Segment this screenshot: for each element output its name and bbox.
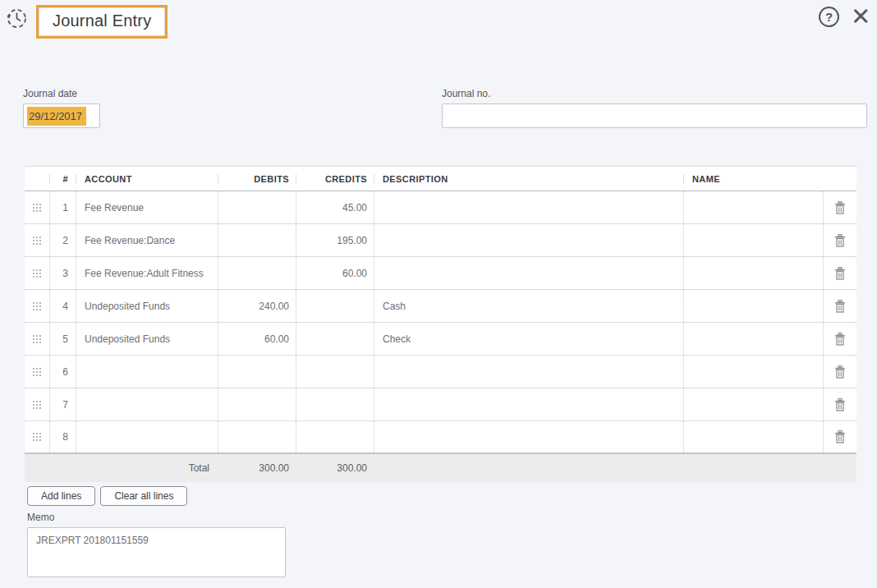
credits-cell[interactable] — [296, 388, 374, 420]
line-number: 3 — [49, 257, 76, 289]
header-account: ACCOUNT — [76, 174, 218, 184]
line-number: 5 — [49, 323, 76, 355]
drag-handle-icon — [32, 301, 42, 311]
journal-lines-table: # ACCOUNT DEBITS CREDITS DESCRIPTION NAM… — [25, 166, 856, 482]
description-cell[interactable] — [374, 388, 683, 420]
header-debits: DEBITS — [218, 174, 296, 184]
trash-icon — [834, 201, 846, 214]
credits-cell[interactable] — [296, 323, 374, 355]
header-credits: CREDITS — [296, 174, 374, 184]
delete-line-button[interactable] — [824, 191, 856, 223]
credits-cell[interactable]: 195.00 — [296, 224, 374, 256]
credits-cell[interactable]: 45.00 — [296, 191, 374, 223]
debits-cell[interactable] — [218, 257, 296, 289]
name-cell[interactable] — [683, 224, 823, 256]
delete-line-button[interactable] — [824, 356, 856, 388]
add-lines-button[interactable]: Add lines — [27, 486, 95, 506]
drag-handle[interactable] — [25, 257, 49, 289]
drag-handle[interactable] — [25, 290, 49, 322]
header-description: DESCRIPTION — [374, 174, 683, 184]
memo-label: Memo — [27, 512, 54, 523]
drag-handle[interactable] — [25, 388, 49, 420]
journal-lines: 1 Fee Revenue 45.00 — [25, 191, 856, 454]
journal-line-row: 8 — [25, 421, 856, 454]
drag-handle[interactable] — [25, 224, 49, 256]
table-actions: Add lines Clear all lines — [27, 486, 187, 506]
name-cell[interactable] — [683, 388, 823, 420]
line-number: 1 — [49, 191, 76, 223]
delete-line-button[interactable] — [824, 290, 856, 322]
account-cell[interactable]: Fee Revenue:Adult Fitness — [76, 257, 218, 289]
description-cell[interactable] — [374, 356, 683, 388]
debits-cell[interactable] — [218, 191, 296, 223]
drag-handle[interactable] — [25, 421, 49, 452]
total-credits: 300.00 — [296, 462, 374, 474]
journal-line-row: 1 Fee Revenue 45.00 — [25, 191, 856, 224]
name-cell[interactable] — [683, 421, 823, 452]
name-cell[interactable] — [683, 257, 823, 289]
account-cell[interactable]: Fee Revenue:Dance — [76, 224, 218, 256]
account-cell[interactable]: Undeposited Funds — [76, 290, 218, 322]
delete-line-button[interactable] — [824, 388, 856, 420]
account-cell[interactable] — [76, 421, 218, 452]
history-clock-icon[interactable] — [6, 7, 28, 33]
help-icon[interactable]: ? — [819, 7, 839, 27]
description-cell[interactable] — [374, 191, 683, 223]
drag-handle[interactable] — [25, 323, 49, 355]
journal-line-row: 7 — [25, 388, 856, 421]
description-cell[interactable] — [374, 421, 683, 452]
name-cell[interactable] — [683, 356, 823, 388]
page-title-text: Journal Entry — [39, 7, 165, 36]
drag-handle-icon — [32, 400, 42, 410]
delete-line-button[interactable] — [824, 421, 856, 452]
description-cell[interactable]: Check — [374, 323, 683, 355]
journal-line-row: 2 Fee Revenue:Dance 195.00 — [25, 224, 856, 257]
trash-icon — [834, 333, 846, 346]
header-line-number: # — [49, 174, 76, 184]
debits-cell[interactable] — [218, 421, 296, 452]
name-cell[interactable] — [683, 323, 823, 355]
journal-no-label: Journal no. — [442, 88, 490, 99]
memo-input[interactable]: JREXPRT 201801151559 — [27, 527, 286, 577]
total-label: Total — [76, 462, 218, 474]
debits-cell[interactable] — [218, 388, 296, 420]
table-header-row: # ACCOUNT DEBITS CREDITS DESCRIPTION NAM… — [25, 166, 856, 191]
trash-icon — [834, 300, 846, 313]
credits-cell[interactable]: 60.00 — [296, 257, 374, 289]
journal-line-row: 5 Undeposited Funds 60.00 Check — [25, 323, 856, 356]
credits-cell[interactable] — [296, 356, 374, 388]
close-icon[interactable]: ✕ — [851, 3, 870, 30]
clear-all-lines-button[interactable]: Clear all lines — [100, 486, 187, 506]
debits-cell[interactable]: 60.00 — [218, 323, 296, 355]
drag-handle[interactable] — [25, 191, 49, 223]
journal-date-input[interactable]: 29/12/2017 — [23, 103, 100, 128]
drag-handle[interactable] — [25, 356, 49, 388]
delete-line-button[interactable] — [824, 323, 856, 355]
delete-line-button[interactable] — [824, 224, 856, 256]
journal-no-input[interactable] — [442, 103, 867, 128]
debits-cell[interactable]: 240.00 — [218, 290, 296, 322]
description-cell[interactable] — [374, 224, 683, 256]
line-number: 4 — [49, 290, 76, 322]
description-cell[interactable] — [374, 257, 683, 289]
account-cell[interactable]: Fee Revenue — [76, 191, 218, 223]
journal-line-row: 3 Fee Revenue:Adult Fitness 60.00 — [25, 257, 856, 290]
debits-cell[interactable] — [218, 356, 296, 388]
credits-cell[interactable] — [296, 290, 374, 322]
account-cell[interactable]: Undeposited Funds — [76, 323, 218, 355]
drag-handle-icon — [32, 269, 42, 278]
name-cell[interactable] — [683, 191, 823, 223]
total-debits: 300.00 — [218, 462, 296, 474]
trash-icon — [834, 430, 846, 443]
account-cell[interactable] — [76, 356, 218, 388]
name-cell[interactable] — [683, 290, 823, 322]
description-cell[interactable]: Cash — [374, 290, 683, 322]
delete-line-button[interactable] — [824, 257, 856, 289]
journal-date-label: Journal date — [23, 88, 77, 99]
drag-handle-icon — [32, 432, 42, 442]
line-number: 8 — [49, 421, 76, 452]
debits-cell[interactable] — [218, 224, 296, 256]
account-cell[interactable] — [76, 388, 218, 420]
drag-handle-icon — [32, 367, 42, 377]
credits-cell[interactable] — [296, 421, 374, 452]
